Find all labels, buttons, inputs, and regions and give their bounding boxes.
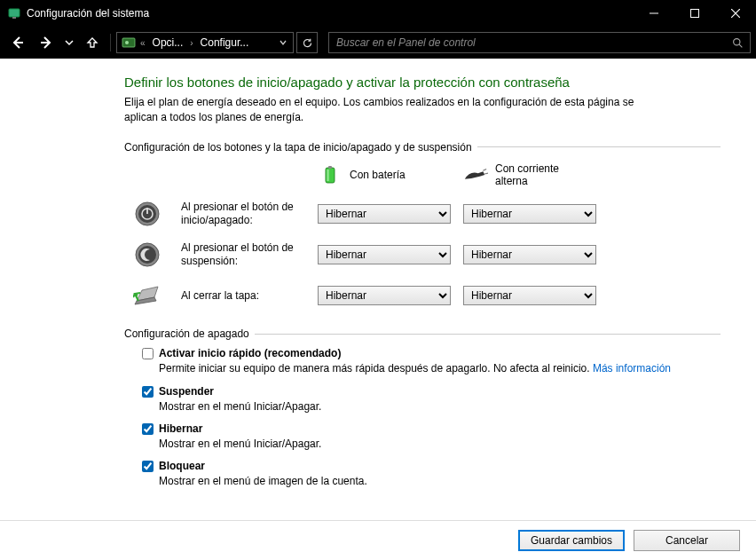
checkbox-lock[interactable] — [142, 461, 154, 472]
more-info-link[interactable]: Más información — [593, 362, 671, 375]
option-title: Hibernar — [159, 422, 202, 435]
save-button[interactable]: Guardar cambios — [518, 530, 625, 551]
checkbox-hibernate[interactable] — [142, 423, 154, 435]
column-header-ac-label: Con corriente alterna — [495, 162, 559, 188]
column-header-battery: Con batería — [318, 165, 451, 185]
svg-rect-3 — [691, 10, 699, 18]
option-hibernate-label[interactable]: Hibernar — [142, 422, 721, 435]
option-title: Suspender — [159, 385, 214, 398]
option-lock: Bloquear Mostrar en el menú de imagen de… — [142, 460, 721, 488]
option-hibernate: Hibernar Mostrar en el menú Iniciar/Apag… — [142, 422, 721, 451]
breadcrumb[interactable]: « Opci... › Configur... — [116, 32, 294, 53]
select-power-battery[interactable]: No hacer nadaSuspenderHibernarApagar — [318, 204, 451, 224]
option-description: Permite iniciar su equipo de manera más … — [159, 361, 721, 375]
select-sleep-battery[interactable]: No hacer nadaSuspenderHibernarApagar — [318, 245, 451, 264]
power-buttons-grid: Con batería Con corriente alterna Al pre… — [133, 162, 721, 311]
navigation-bar: « Opci... › Configur... — [0, 27, 756, 59]
back-button[interactable] — [5, 30, 30, 55]
svg-rect-0 — [9, 9, 20, 17]
search-input[interactable] — [329, 36, 725, 49]
sleep-button-icon — [133, 241, 161, 269]
option-title: Activar inicio rápido (recomendado) — [159, 347, 341, 359]
buttons-section-heading: Configuración de los botones y la tapa d… — [124, 141, 721, 154]
svg-point-10 — [733, 38, 739, 44]
svg-line-11 — [739, 44, 742, 47]
refresh-button[interactable] — [296, 32, 318, 53]
shutdown-section-heading: Configuración de apagado — [124, 327, 721, 340]
chevron-right-icon[interactable]: « — [138, 38, 147, 48]
option-description: Mostrar en el menú Iniciar/Apagar. — [159, 437, 721, 451]
laptop-lid-icon — [133, 281, 161, 310]
checkbox-fast-startup[interactable] — [142, 348, 154, 359]
option-description: Mostrar en el menú de imagen de la cuent… — [159, 474, 721, 488]
option-lock-label[interactable]: Bloquear — [142, 460, 721, 472]
svg-line-17 — [484, 173, 488, 174]
select-sleep-ac[interactable]: No hacer nadaSuspenderHibernarApagar — [463, 245, 596, 264]
row-label-lid: Al cerrar la tapa: — [181, 289, 305, 304]
column-header-ac: Con corriente alterna — [463, 162, 596, 188]
select-power-ac[interactable]: No hacer nadaSuspenderHibernarApagar — [463, 204, 596, 224]
svg-line-16 — [483, 169, 486, 170]
breadcrumb-segment[interactable]: Configur... — [195, 33, 255, 52]
select-lid-battery[interactable]: No hacer nadaSuspenderHibernarApagar — [318, 286, 451, 305]
option-title: Bloquear — [159, 460, 205, 472]
maximize-button[interactable] — [674, 0, 715, 27]
svg-point-9 — [125, 41, 129, 44]
checkbox-suspend[interactable] — [142, 386, 154, 398]
option-fast-startup: Activar inicio rápido (recomendado) Perm… — [142, 347, 721, 375]
option-description: Mostrar en el menú Iniciar/Apagar. — [159, 399, 721, 414]
window-title: Configuración del sistema — [27, 7, 149, 20]
shutdown-section: Configuración de apagado Activar inicio … — [124, 327, 721, 488]
search-icon[interactable] — [725, 33, 750, 52]
control-panel-icon — [121, 35, 137, 51]
option-fast-startup-label[interactable]: Activar inicio rápido (recomendado) — [142, 347, 721, 359]
breadcrumb-dropdown-icon[interactable] — [275, 33, 291, 52]
content-area: Definir los botones de inicio/apagado y … — [0, 59, 756, 520]
cancel-button[interactable]: Cancelar — [634, 530, 740, 551]
svg-rect-15 — [327, 170, 329, 181]
option-suspend-label[interactable]: Suspender — [142, 385, 721, 398]
app-icon — [7, 6, 21, 20]
option-suspend: Suspender Mostrar en el menú Iniciar/Apa… — [142, 385, 721, 414]
svg-rect-1 — [12, 17, 16, 19]
nav-divider — [110, 34, 111, 51]
forward-button[interactable] — [34, 30, 59, 55]
power-button-icon — [133, 200, 161, 228]
row-label-sleep: Al presionar el botón de suspensión: — [181, 241, 305, 269]
ac-plug-icon — [463, 165, 488, 185]
shutdown-options-list: Activar inicio rápido (recomendado) Perm… — [142, 347, 721, 488]
battery-icon — [318, 165, 343, 185]
close-button[interactable] — [715, 0, 756, 27]
search-box[interactable] — [328, 32, 751, 53]
minimize-button[interactable] — [634, 0, 674, 27]
chevron-right-icon[interactable]: › — [188, 38, 194, 48]
page-description: Elija el plan de energía deseado en el e… — [124, 95, 639, 125]
svg-rect-14 — [328, 166, 332, 169]
up-button[interactable] — [80, 30, 105, 55]
breadcrumb-segment[interactable]: Opci... — [147, 33, 189, 52]
page-title: Definir los botones de inicio/apagado y … — [124, 75, 721, 90]
column-header-battery-label: Con batería — [350, 169, 406, 181]
select-lid-ac[interactable]: No hacer nadaSuspenderHibernarApagar — [463, 286, 596, 305]
title-bar: Configuración del sistema — [0, 0, 756, 27]
recent-locations-button[interactable] — [62, 30, 76, 55]
footer-bar: Guardar cambios Cancelar — [0, 520, 756, 560]
row-label-power: Al presionar el botón de inicio/apagado: — [181, 201, 305, 228]
